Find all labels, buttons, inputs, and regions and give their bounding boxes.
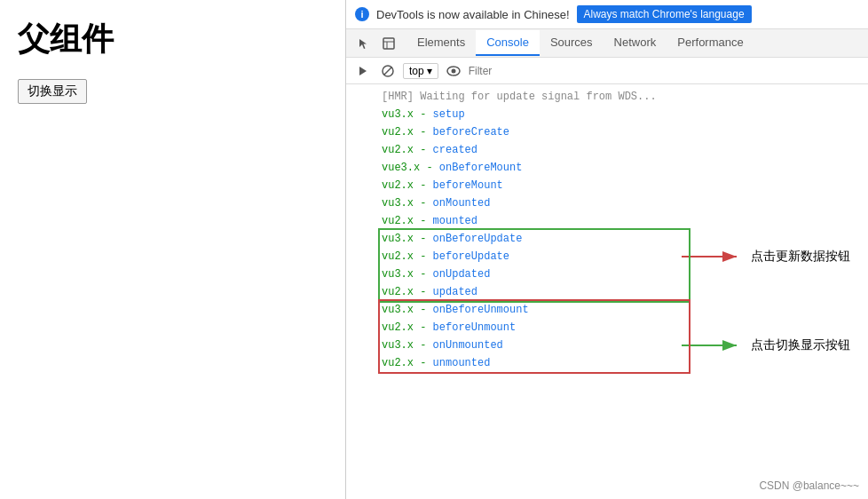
console-content: [HMR] Waiting for update signal from WDS… <box>346 84 868 499</box>
log-line: vu2.x - mounted <box>346 212 868 230</box>
log-line: vu3.x - onMounted <box>346 194 868 212</box>
devtools-panel: i DevTools is now available in Chinese! … <box>346 0 868 499</box>
tab-console[interactable]: Console <box>476 30 540 56</box>
log-line: vu2.x - unmounted <box>346 354 868 372</box>
page-title: 父组件 <box>18 18 328 61</box>
log-line: [HMR] Waiting for update signal from WDS… <box>346 88 868 106</box>
language-link[interactable]: Always match Chrome's language <box>577 5 752 23</box>
annotation-unmount: 点击切换显示按钮 <box>682 337 850 354</box>
console-toolbar: top ▾ <box>346 58 868 84</box>
filter-input[interactable] <box>469 65 861 77</box>
eye-icon[interactable] <box>444 61 463 81</box>
block-icon[interactable] <box>378 61 398 81</box>
red-arrow-icon <box>682 248 744 265</box>
chevron-down-icon: ▾ <box>427 65 432 77</box>
annotation-update: 点击更新数据按钮 <box>682 248 850 265</box>
inspect-icon[interactable] <box>378 33 399 54</box>
left-panel: 父组件 切换显示 <box>0 0 346 499</box>
svg-point-7 <box>451 68 455 73</box>
log-line: vu2.x - updated <box>346 283 868 301</box>
csdn-label: CSDN @balance~~~ <box>759 479 859 492</box>
log-line: vu2.x - beforeUnmount <box>346 319 868 337</box>
top-label: top <box>409 65 424 77</box>
log-line: vu3.x - onUpdated <box>346 265 868 283</box>
tab-network[interactable]: Network <box>604 30 667 56</box>
log-line: vu2.x - beforeMount <box>346 177 868 194</box>
info-icon: i <box>355 7 369 21</box>
cursor-icon[interactable] <box>353 33 375 54</box>
top-selector[interactable]: top ▾ <box>403 63 438 79</box>
tab-performance[interactable]: Performance <box>667 30 754 56</box>
update-annotation-text: 点击更新数据按钮 <box>751 249 850 265</box>
svg-line-5 <box>384 67 392 75</box>
log-line: vu3.x - onBeforeUnmount <box>346 301 868 319</box>
console-lines-container: [HMR] Waiting for update signal from WDS… <box>346 88 868 372</box>
unmount-annotation-text: 点击切换显示按钮 <box>751 337 850 353</box>
info-bar: i DevTools is now available in Chinese! … <box>346 0 868 29</box>
play-icon[interactable] <box>353 61 373 81</box>
tab-bar: Elements Console Sources Network Perform… <box>346 29 868 58</box>
toggle-button[interactable]: 切换显示 <box>18 79 87 104</box>
log-line: vu3.x - onBeforeUpdate <box>346 230 868 248</box>
tab-sources[interactable]: Sources <box>540 30 604 56</box>
tab-icons <box>353 33 399 54</box>
log-line: vue3.x - onBeforeMount <box>346 159 868 177</box>
log-line: vu2.x - beforeCreate <box>346 123 868 141</box>
info-text: DevTools is now available in Chinese! <box>376 8 570 21</box>
log-line: vu2.x - created <box>346 141 868 159</box>
green-arrow-icon <box>682 337 744 354</box>
tab-elements[interactable]: Elements <box>406 30 476 56</box>
log-line: vu3.x - setup <box>346 106 868 123</box>
svg-marker-3 <box>359 67 367 75</box>
svg-rect-0 <box>383 38 394 49</box>
